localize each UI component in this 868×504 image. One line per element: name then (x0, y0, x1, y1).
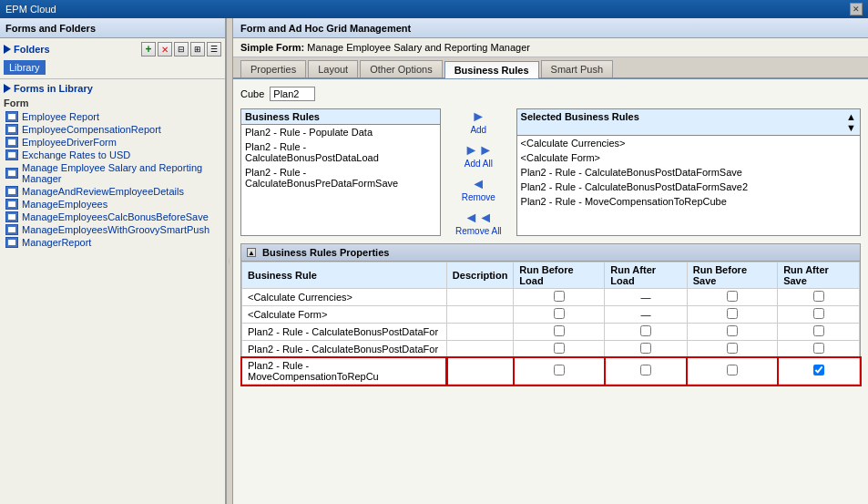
remove-all-button[interactable]: ◄◄ Remove All (455, 210, 502, 236)
cube-selector: Cube Plan2 (240, 87, 861, 101)
list-item[interactable]: Plan2 - Rule - MoveCompensationToRepCube (517, 194, 860, 209)
col-rbs: Run Before Save (687, 262, 777, 289)
form-icon (5, 137, 18, 148)
list-item[interactable]: ManagerReport (4, 236, 221, 249)
remove-button[interactable]: ◄ Remove (462, 176, 495, 202)
rbs-cell (687, 358, 777, 385)
list-item[interactable]: Plan2 - Rule - CalculateBonusPostDataFor… (517, 180, 860, 194)
folders-collapse-icon[interactable] (4, 45, 11, 54)
list-item[interactable]: Manage Employee Salary and Reporting Man… (4, 161, 221, 185)
title-bar: EPM Cloud ✕ (0, 0, 868, 18)
library-folder-item[interactable]: Library (4, 60, 46, 75)
list-item[interactable]: Plan2 - Rule - CalculateBonusPreDataForm… (241, 165, 440, 190)
tabs-bar: Properties Layout Other Options Business… (233, 57, 868, 79)
cube-select-wrapper: Plan2 (270, 87, 315, 101)
available-br-panel: Business Rules Plan2 - Rule - Populate D… (240, 108, 441, 236)
remove-arrow-icon: ◄ (471, 176, 485, 192)
add-folder-button[interactable]: + (141, 42, 156, 57)
add-all-button[interactable]: ►► Add All (464, 142, 493, 169)
rbl-checkbox[interactable] (554, 343, 565, 354)
br-action-buttons: ► Add ►► Add All ◄ Remove ◄◄ Remove All (448, 108, 509, 236)
rbs-checkbox[interactable] (727, 343, 738, 354)
scroll-arrows[interactable]: ▲ ▼ (846, 111, 856, 133)
list-item[interactable]: Exchange Rates to USD (4, 149, 221, 161)
brp-collapse-btn[interactable]: ▲ (247, 248, 256, 257)
rbs-checkbox[interactable] (727, 291, 738, 302)
list-item[interactable]: <Calculate Currencies> (517, 136, 860, 150)
table-row: <Calculate Currencies> — (242, 289, 860, 306)
ral-checkbox[interactable] (640, 325, 651, 336)
remove-all-arrow-icon: ◄◄ (464, 210, 493, 226)
resize-handle[interactable]: · · · · · (226, 18, 233, 504)
ras-checkbox[interactable] (813, 365, 824, 375)
main-layout: Forms and Folders Folders + ✕ ⊟ ⊞ ☰ Libr… (0, 18, 868, 504)
list-item[interactable]: ManageEmployees (4, 198, 221, 211)
tab-properties[interactable]: Properties (240, 60, 306, 77)
rbs-cell (687, 306, 777, 324)
ral-cell (605, 324, 687, 341)
form-icon (5, 149, 18, 160)
add-all-label: Add All (465, 159, 493, 169)
list-item[interactable]: ManageAndReviewEmployeeDetails (4, 185, 221, 198)
list-item[interactable]: Employee Report (4, 110, 221, 123)
col-desc: Description (446, 262, 514, 289)
col-rule: Business Rule (242, 262, 447, 289)
delete-folder-button[interactable]: ✕ (158, 42, 172, 57)
col-ral: Run After Load (605, 262, 687, 289)
tab-other-options[interactable]: Other Options (360, 60, 442, 77)
rbl-checkbox[interactable] (554, 325, 565, 336)
rbs-checkbox[interactable] (727, 325, 738, 336)
ras-cell (778, 341, 860, 358)
rule-name: Plan2 - Rule - CalculateBonusPostDataFor (242, 341, 447, 358)
brp-table: Business Rule Description Run Before Loa… (241, 262, 860, 385)
ral-cell (605, 358, 687, 385)
list-item[interactable]: <Calculate Form> (517, 150, 860, 165)
form-icon (5, 211, 18, 222)
content-area: Cube Plan2 Business Rules Plan2 - Rule -… (233, 79, 868, 504)
rule-name: Plan2 - Rule - MoveCompensationToRepCu (242, 358, 447, 385)
rbl-checkbox[interactable] (554, 308, 565, 319)
rbl-checkbox[interactable] (554, 365, 565, 375)
rbl-checkbox[interactable] (554, 291, 565, 302)
ras-cell (778, 289, 860, 306)
add-button[interactable]: ► Add (470, 108, 486, 135)
list-item[interactable]: Plan2 - Rule - Populate Data (241, 125, 440, 139)
table-row: Plan2 - Rule - CalculateBonusPostDataFor (242, 341, 860, 358)
folders-header: Folders + ✕ ⊟ ⊞ ☰ (4, 42, 221, 57)
ral-checkbox[interactable] (640, 343, 651, 354)
folders-label: Folders (4, 44, 50, 55)
ral-checkbox[interactable] (640, 365, 651, 375)
folders-toolbar: + ✕ ⊟ ⊞ ☰ (141, 42, 221, 57)
list-item[interactable]: Plan2 - Rule - CalculateBonusPostDataFor… (517, 165, 860, 180)
rbs-checkbox[interactable] (727, 308, 738, 319)
tab-business-rules[interactable]: Business Rules (444, 61, 539, 78)
forms-collapse-icon[interactable] (4, 84, 11, 93)
rule-name: Plan2 - Rule - CalculateBonusPostDataFor (242, 324, 447, 341)
list-item[interactable]: Plan2 - Rule - CalculateBonusPostDataLoa… (241, 139, 440, 165)
add-arrow-icon: ► (471, 108, 485, 125)
col-ras: Run After Save (778, 262, 860, 289)
ras-checkbox[interactable] (813, 343, 824, 354)
ras-checkbox[interactable] (813, 291, 824, 302)
rbs-checkbox[interactable] (727, 365, 738, 375)
btn4[interactable]: ⊞ (190, 42, 205, 57)
ras-checkbox[interactable] (813, 308, 824, 319)
add-all-arrow-icon: ►► (464, 142, 493, 159)
close-button[interactable]: ✕ (850, 3, 863, 15)
btn3[interactable]: ⊟ (174, 42, 189, 57)
tab-smart-push[interactable]: Smart Push (541, 60, 613, 77)
form-icon (5, 168, 18, 179)
cube-dropdown[interactable]: Plan2 (270, 87, 315, 101)
form-icon (5, 124, 18, 135)
list-item[interactable]: EmployeeDriverForm (4, 136, 221, 149)
col-rbl: Run Before Load (514, 262, 605, 289)
app-title: EPM Cloud (5, 4, 56, 15)
tab-layout[interactable]: Layout (308, 60, 358, 77)
list-item[interactable]: ManageEmployeesCalcBonusBeforeSave (4, 211, 221, 223)
btn5[interactable]: ☰ (207, 42, 221, 57)
ras-checkbox[interactable] (813, 325, 824, 336)
forms-header: Forms in Library (4, 83, 221, 94)
table-row-highlighted: Plan2 - Rule - MoveCompensationToRepCu (242, 358, 860, 385)
list-item[interactable]: ManageEmployeesWithGroovySmartPush (4, 223, 221, 236)
list-item[interactable]: EmployeeCompensationReport (4, 123, 221, 136)
